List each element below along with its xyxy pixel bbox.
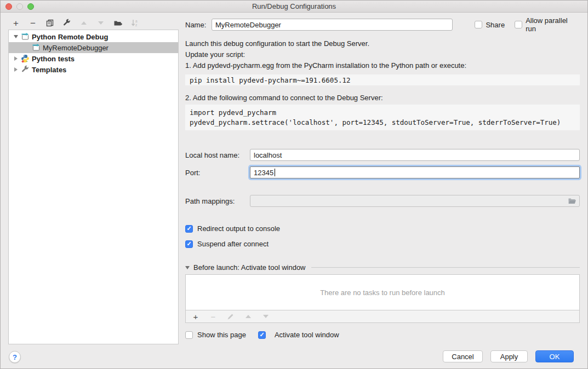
suspend-after-connect-label: Suspend after connect [197,240,269,248]
section-divider [311,267,580,268]
show-this-page-label: Show this page [197,331,246,339]
description-line-2: Update your script: [185,49,580,60]
code-line-1: import pydevd_pycharm [190,108,276,117]
pencil-icon [227,313,235,320]
text-caret [275,169,275,176]
wrench-icon [62,19,71,27]
tree-item-label: Templates [32,66,66,74]
copy-configuration-button[interactable] [44,18,55,28]
tree-item-python-tests[interactable]: Python tests [9,53,178,64]
remove-task-button[interactable]: − [208,311,219,322]
tasks-toolbar: + − [185,310,580,323]
code-line-2: pydevd_pycharm.settrace('localhost', por… [190,118,561,126]
redirect-output-checkbox[interactable] [185,225,193,233]
share-label: Share [486,21,505,29]
cancel-button[interactable]: Cancel [443,350,483,362]
configuration-editor: Name: Share Allow parallel run Launch th… [185,13,580,339]
minimize-window-button[interactable] [16,3,23,10]
tree-item-label: Python Remote Debug [32,33,108,41]
run-config-icon [32,43,41,52]
copy-icon [45,19,54,27]
before-launch-title: Before launch: Activate tool window [193,263,306,272]
plus-icon: + [13,19,19,28]
name-input[interactable] [212,19,453,31]
tree-item-python-remote-debug[interactable]: Python Remote Debug [9,31,178,42]
move-down-button[interactable] [95,18,106,28]
help-button[interactable]: ? [9,351,21,363]
name-label: Name: [185,21,212,29]
redirect-output-label: Redirect output to console [197,224,280,233]
plus-icon: + [193,313,198,321]
move-up-button[interactable] [78,18,89,28]
edit-task-button[interactable] [225,311,236,322]
suspend-after-connect-checkbox[interactable] [185,240,193,248]
description-line-1: Launch this debug configuration to start… [185,38,580,49]
arrow-down-icon [98,21,104,25]
arrow-down-icon [263,315,269,318]
pip-install-command: pip install pydevd-pycharm~=191.6605.12 [185,74,580,85]
wrench-icon [21,65,30,74]
settrace-code-block: import pydevd_pycharm pydevd_pycharm.set… [185,105,580,130]
new-folder-icon [113,19,123,27]
ok-button[interactable]: OK [535,350,574,362]
path-mappings-field[interactable] [250,195,580,207]
close-window-button[interactable] [5,3,12,10]
python-tests-icon [21,54,30,63]
chevron-down-icon[interactable] [185,266,190,269]
move-task-down-button[interactable] [260,311,271,322]
empty-tasks-message: There are no tasks to run before launch [320,289,445,297]
activate-tool-window-label: Activate tool window [275,331,339,339]
local-host-name-input[interactable] [250,149,580,161]
allow-parallel-run-checkbox[interactable] [515,21,522,28]
configurations-tree: Python Remote Debug MyRemoteDebugger Pyt… [8,30,179,344]
sort-alphabetically-icon: a z [130,19,139,27]
tree-item-myremotedebugger[interactable]: MyRemoteDebugger [9,42,178,53]
configurations-toolbar: + − a z [10,17,140,29]
ok-label: OK [550,353,560,361]
before-launch-section-header[interactable]: Before launch: Activate tool window [185,263,580,272]
port-input[interactable] [250,166,580,178]
tree-item-label: Python tests [32,55,75,63]
chevron-right-icon[interactable] [14,56,18,61]
move-task-up-button[interactable] [243,311,254,322]
local-host-name-label: Local host name: [185,151,250,159]
chevron-right-icon[interactable] [14,67,18,72]
create-folder-button[interactable] [112,18,123,28]
port-label: Port: [185,169,250,177]
path-mappings-label: Path mappings: [185,197,250,205]
activate-tool-window-checkbox[interactable] [258,331,266,339]
add-configuration-button[interactable]: + [10,18,21,28]
zoom-window-button[interactable] [27,3,34,10]
browse-folder-icon[interactable] [568,197,576,205]
apply-button[interactable]: Apply [490,350,528,362]
tree-item-label: MyRemoteDebugger [43,44,109,52]
minus-icon: − [30,19,36,28]
chevron-down-icon[interactable] [14,35,18,38]
before-launch-task-list[interactable]: There are no tasks to run before launch [185,274,580,310]
titlebar: Run/Debug Configurations [1,1,587,13]
help-question-icon: ? [13,353,17,361]
apply-label: Apply [500,353,518,361]
show-this-page-checkbox[interactable] [185,331,193,339]
svg-text:z: z [135,23,137,27]
window-title: Run/Debug Configurations [252,2,336,10]
add-task-button[interactable]: + [190,311,201,322]
minus-icon: − [211,313,216,321]
svg-text:a: a [135,19,138,23]
arrow-up-icon [81,21,87,25]
share-checkbox[interactable] [475,21,482,28]
cancel-label: Cancel [452,353,473,361]
arrow-up-icon [246,315,251,318]
run-debug-configurations-dialog: Run/Debug Configurations + − [0,0,588,369]
remove-configuration-button[interactable]: − [27,18,38,28]
dialog-buttons: Cancel Apply OK [443,350,574,362]
step-1-text: 1. Add pydevd-pycharm.egg from the PyCha… [185,60,580,71]
run-config-icon [21,32,30,41]
edit-templates-button[interactable] [61,18,72,28]
step-2-text: 2. Add the following command to connect … [185,93,580,103]
tree-item-templates[interactable]: Templates [9,64,178,75]
sort-configurations-button[interactable]: a z [129,18,140,28]
allow-parallel-run-label: Allow parallel run [526,16,580,33]
